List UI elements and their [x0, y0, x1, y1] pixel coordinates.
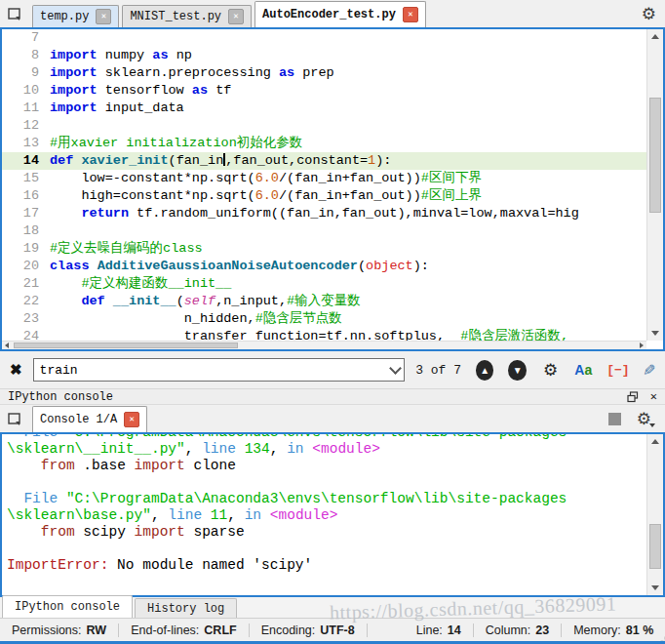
highlight-pen-icon[interactable]: ✎ — [643, 361, 655, 380]
tab-close-icon[interactable]: ✕ — [96, 9, 111, 24]
status-value: 81 % — [626, 624, 654, 637]
status-value: CRLF — [204, 624, 236, 637]
code-line[interactable]: 9import sklearn.preprocessing as prep — [2, 64, 646, 82]
console-tab[interactable]: Console 1/A ✕ — [32, 406, 147, 432]
code-line[interactable]: 19#定义去噪自编码的class — [2, 240, 646, 258]
find-close-icon[interactable]: ✖ — [10, 361, 22, 379]
console-output[interactable]: File "C:\ProgramData\Anaconda3\envs\tens… — [0, 432, 665, 597]
editor-horizontal-scrollbar[interactable] — [2, 341, 646, 349]
console-tab-row: Console 1/A ✕ ⚙ — [0, 405, 665, 432]
browse-tabs-icon — [7, 7, 22, 22]
tab-label: temp.py — [40, 10, 89, 23]
code-line[interactable]: 13#用xavier initialization初始化参数 — [2, 135, 646, 152]
bottom-tab[interactable]: History log — [135, 598, 237, 618]
code-text: #用xavier initialization初始化参数 — [50, 135, 646, 152]
scroll-down-arrow-icon[interactable] — [647, 581, 663, 595]
code-line[interactable]: 8import numpy as np — [2, 47, 646, 64]
scroll-up-arrow-icon[interactable] — [647, 434, 663, 449]
editor-tab[interactable]: MNIST_test.py✕ — [122, 5, 252, 27]
match-case-icon[interactable]: Aa — [574, 362, 592, 378]
console-tab-close-icon[interactable]: ✕ — [124, 412, 139, 427]
down-arrow-icon: ▼ — [513, 365, 523, 376]
line-number: 10 — [2, 82, 50, 100]
scroll-left-arrow-icon[interactable] — [2, 342, 12, 349]
code-text: import sklearn.preprocessing as prep — [50, 64, 646, 82]
console-browse-tabs-button[interactable] — [0, 407, 29, 432]
resize-grip[interactable] — [653, 629, 663, 639]
find-next-button[interactable]: ▼ — [508, 360, 527, 381]
status-label: Encoding: — [261, 624, 316, 637]
code-line[interactable]: 20class AdditiveGaussioanNoiseAutoencode… — [2, 258, 646, 275]
bottom-tab[interactable]: IPython console — [2, 595, 133, 618]
code-line[interactable]: 15 low=-constant*np.sqrt(6.0/(fan_in+fan… — [2, 170, 646, 187]
stop-kernel-icon[interactable] — [608, 413, 621, 425]
code-line[interactable]: 7 — [2, 29, 646, 47]
scroll-up-arrow-icon[interactable] — [647, 29, 663, 44]
panel-close-icon[interactable]: ✕ — [650, 389, 657, 404]
up-arrow-icon: ▲ — [480, 365, 489, 376]
line-number: 11 — [2, 100, 50, 117]
status-value: 23 — [535, 624, 549, 637]
code-line[interactable]: 24 transfer_function=tf.nn.softplus, #隐含… — [2, 328, 646, 341]
status-label: Column: — [486, 624, 531, 637]
editor-tab[interactable]: temp.py✕ — [32, 5, 119, 27]
code-text: import input_data — [50, 100, 646, 117]
console-options-button[interactable]: ⚙ — [637, 409, 655, 429]
code-editor[interactable]: 78import numpy as np9import sklearn.prep… — [0, 27, 665, 351]
code-lines[interactable]: 78import numpy as np9import sklearn.prep… — [2, 29, 646, 341]
tab-close-icon[interactable]: ✕ — [228, 9, 244, 24]
line-number: 16 — [2, 187, 50, 205]
chevron-down-icon[interactable] — [386, 368, 404, 373]
search-input[interactable] — [34, 359, 387, 381]
status-label: Permissions: — [12, 624, 82, 637]
console-line: File "C:\ProgramData\Anaconda3\envs\tens… — [7, 491, 646, 507]
console-line — [7, 541, 646, 557]
editor-tab-bar: temp.py✕MNIST_test.py✕AutoEncoder_test.p… — [0, 0, 665, 27]
tab-close-icon[interactable]: ✕ — [403, 7, 418, 22]
tab-label: AutoEncoder_test.py — [262, 8, 396, 21]
editor-hscrollbar-thumb[interactable] — [14, 342, 238, 348]
status-value: UTF-8 — [320, 624, 354, 637]
code-line[interactable]: 12 — [2, 117, 646, 135]
console-vertical-scrollbar[interactable] — [646, 434, 663, 595]
code-line[interactable]: 17 return tf.random_uniform((fan_in,fan_… — [2, 205, 646, 222]
console-tab-label: Console 1/A — [40, 413, 117, 426]
status-item: Permissions:RW — [0, 624, 119, 637]
status-item: End-of-lines:CRLF — [119, 624, 250, 637]
scroll-right-arrow-icon[interactable] — [637, 342, 646, 349]
editor-vertical-scrollbar[interactable] — [646, 29, 663, 341]
status-bar: Permissions:RWEnd-of-lines:CRLFEncoding:… — [0, 620, 665, 640]
line-number: 7 — [2, 29, 50, 47]
editor-options-gear-icon[interactable]: ⚙ — [642, 4, 656, 24]
regex-toggle-icon[interactable]: [−] — [606, 363, 629, 378]
code-line[interactable]: 22 def __init__(self,n_input,#输入变量数 — [2, 293, 646, 310]
console-lines[interactable]: File "C:\ProgramData\Anaconda3\envs\tens… — [2, 434, 646, 574]
browse-tabs-button[interactable] — [0, 2, 29, 27]
status-label: Memory: — [573, 624, 621, 637]
scroll-down-arrow-icon[interactable] — [647, 326, 663, 341]
editor-tab[interactable]: AutoEncoder_test.py✕ — [254, 1, 426, 27]
code-text: class AdditiveGaussioanNoiseAutoencoder(… — [50, 258, 646, 275]
code-line[interactable]: 11import input_data — [2, 100, 646, 117]
code-line[interactable]: 18 — [2, 222, 646, 240]
code-line[interactable]: 23 n_hidden,#隐含层节点数 — [2, 310, 646, 328]
code-line[interactable]: 14def xavier_init(fan_in,fan_out,constan… — [2, 152, 646, 170]
console-scrollbar-thumb[interactable] — [649, 524, 661, 569]
editor-scrollbar-thumb[interactable] — [649, 98, 661, 213]
status-item: Line:14 — [405, 624, 474, 637]
code-line[interactable]: 21 #定义构建函数__init__ — [2, 275, 646, 293]
find-combobox[interactable] — [33, 358, 406, 382]
code-line[interactable]: 10import tensorflow as tf — [2, 82, 646, 100]
status-label: End-of-lines: — [131, 624, 199, 637]
find-previous-button[interactable]: ▲ — [476, 360, 494, 381]
code-text: transfer_function=tf.nn.softplus, #隐含层激活… — [50, 328, 646, 341]
code-text: def __init__(self,n_input,#输入变量数 — [50, 293, 646, 310]
undock-icon[interactable] — [627, 391, 639, 403]
code-text: return tf.random_uniform((fan_in,fan_out… — [50, 205, 646, 222]
find-options-gear-icon[interactable]: ⚙ — [543, 360, 558, 381]
status-label: Line: — [416, 624, 443, 637]
code-line[interactable]: 16 high=constant*np.sqrt(6.0/(fan_in+fan… — [2, 187, 646, 205]
code-text — [50, 222, 646, 240]
console-line: \sklearn\base.py", line 11, in <module> — [7, 507, 646, 524]
line-number: 8 — [2, 47, 50, 64]
